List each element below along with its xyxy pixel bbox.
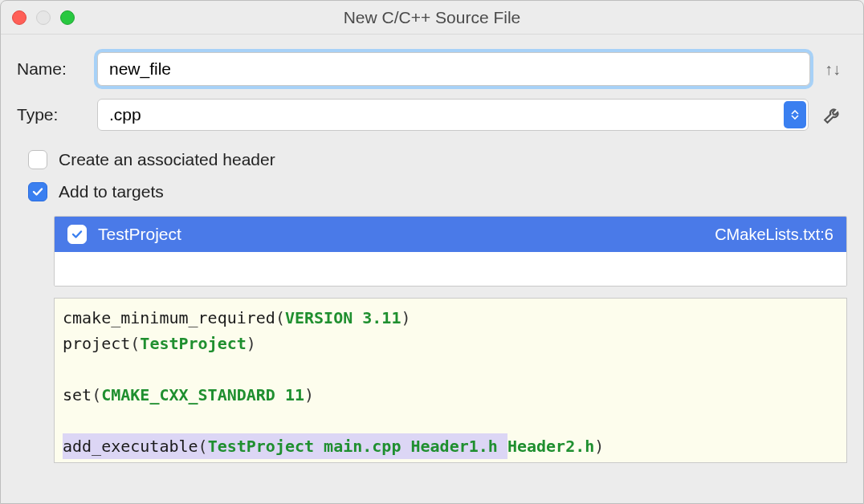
window-title: New C/C++ Source File	[1, 8, 863, 27]
code-arg: TestProject	[140, 334, 246, 353]
name-row: Name: ↑↓	[17, 52, 847, 86]
code-fn: add_executable	[63, 437, 198, 456]
target-file: CMakeLists.txt:6	[715, 226, 833, 244]
add-targets-checkbox[interactable]	[28, 182, 47, 201]
create-header-row[interactable]: Create an associated header	[28, 150, 847, 169]
code-preview: cmake_minimum_required(VERSION 3.11) pro…	[54, 298, 847, 463]
target-blank-row	[55, 252, 846, 286]
code-arg: CMAKE_CXX_STANDARD 11	[101, 385, 304, 404]
type-value: .cpp	[109, 105, 141, 124]
dialog-body: Name: ↑↓ Type: .cpp Create an associated…	[1, 35, 863, 503]
code-fn: cmake_minimum_required	[63, 308, 275, 327]
code-arg: VERSION 3.11	[285, 308, 401, 327]
code-fn: set	[63, 385, 92, 404]
type-select[interactable]: .cpp	[97, 99, 809, 131]
type-label: Type:	[17, 105, 97, 124]
dialog-window: New C/C++ Source File Name: ↑↓ Type: .cp…	[0, 0, 864, 504]
sort-toggle-icon[interactable]: ↑↓	[818, 64, 847, 74]
target-name: TestProject	[98, 225, 715, 244]
type-row: Type: .cpp	[17, 99, 847, 131]
add-targets-label: Add to targets	[59, 182, 164, 201]
code-arg: Header2.h	[507, 437, 594, 456]
create-header-label: Create an associated header	[59, 150, 275, 169]
select-arrows-icon	[784, 101, 806, 128]
create-header-checkbox[interactable]	[28, 150, 47, 169]
code-fn: project	[63, 334, 130, 353]
settings-wrench-icon[interactable]	[818, 104, 847, 125]
targets-list: TestProject CMakeLists.txt:6	[54, 216, 847, 287]
target-row[interactable]: TestProject CMakeLists.txt:6	[55, 217, 846, 252]
titlebar: New C/C++ Source File	[1, 1, 863, 35]
add-targets-row[interactable]: Add to targets	[28, 182, 847, 201]
code-arg: TestProject main.cpp Header1.h	[208, 437, 507, 456]
name-label: Name:	[17, 59, 97, 79]
target-checkbox[interactable]	[67, 225, 87, 244]
code-highlight: add_executable(TestProject main.cpp Head…	[63, 433, 507, 459]
name-input[interactable]	[97, 52, 810, 86]
